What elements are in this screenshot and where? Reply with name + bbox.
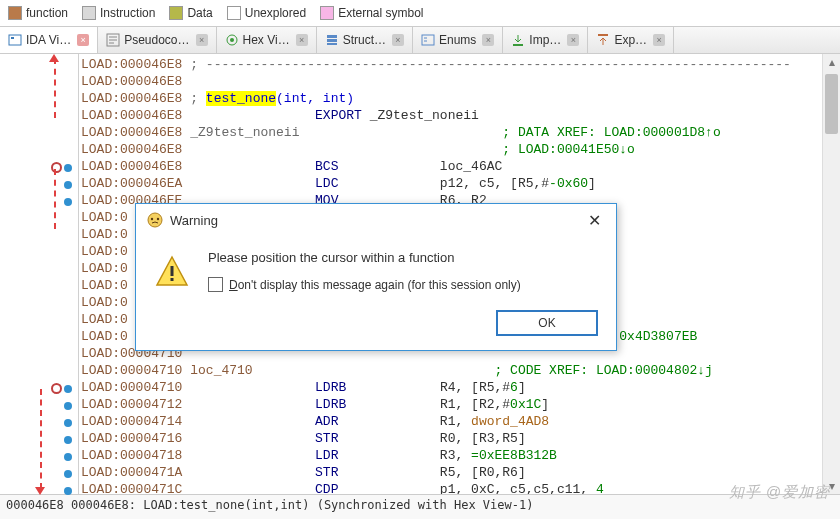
tab-pseudocode[interactable]: Pseudoco… × [98,27,216,53]
flow-dot-icon [64,198,72,206]
legend-item: Unexplored [227,6,306,20]
code-line[interactable]: LOAD:000046E8 [81,73,822,90]
dialog-close-button[interactable]: ✕ [582,210,606,230]
svg-rect-6 [327,39,337,42]
flow-dot-icon [64,402,72,410]
hex-view-icon [225,33,239,47]
code-line[interactable]: LOAD:00004714 ADR R1, dword_4AD8 [81,413,822,430]
pseudocode-icon [106,33,120,47]
dialog-title: Warning [170,213,218,228]
legend-label: Data [187,6,212,20]
legend-item: Instruction [82,6,155,20]
svg-rect-5 [327,35,337,38]
tab-ida-view[interactable]: IDA Vi… × [0,27,98,53]
swatch [8,6,22,20]
code-line[interactable]: LOAD:000046EA LDC p12, c5, [R5,#-0x60] [81,175,822,192]
vertical-scrollbar[interactable]: ▴ ▾ [822,54,840,494]
legend-label: function [26,6,68,20]
exports-icon [596,33,610,47]
jump-arrow [40,389,42,489]
warning-title-icon [146,211,164,229]
tab-exports[interactable]: Exp… × [588,27,674,53]
checkbox[interactable] [208,277,223,292]
svg-rect-7 [327,43,337,45]
close-icon[interactable]: × [567,34,579,46]
status-text: 000046E8 000046E8: LOAD:test_none(int,in… [6,498,533,512]
scrollbar-thumb[interactable] [825,74,838,134]
status-bar: 000046E8 000046E8: LOAD:test_none(int,in… [0,494,840,519]
svg-rect-16 [171,278,174,281]
svg-rect-8 [422,35,434,45]
watermark-text: 知乎 @爱加密 [729,483,830,500]
tab-enums[interactable]: Enums × [413,27,503,53]
breakpoint-icon[interactable] [51,383,62,394]
code-line[interactable]: LOAD:000046E8 ; LOAD:00041E50↓o [81,141,822,158]
imports-icon [511,33,525,47]
svg-point-12 [151,218,153,220]
legend-bar: function Instruction Data Unexplored Ext… [0,0,840,26]
svg-point-4 [230,38,234,42]
code-line[interactable]: LOAD:000046E8 EXPORT _Z9test_noneii [81,107,822,124]
tab-imports[interactable]: Imp… × [503,27,588,53]
flow-dot-icon [64,470,72,478]
ok-button[interactable]: OK [496,310,598,336]
tab-label: Imp… [529,33,561,47]
legend-item: function [8,6,68,20]
flow-dot-icon [64,181,72,189]
watermark: 知乎 @爱加密 [729,483,830,502]
svg-point-13 [157,218,159,220]
code-line[interactable]: LOAD:0000471A STR R5, [R0,R6] [81,464,822,481]
legend-label: External symbol [338,6,423,20]
gutter[interactable] [0,54,79,494]
ida-view-icon [8,33,22,47]
arrow-head-icon [35,487,45,495]
dialog-message: Please position the cursor within a func… [208,250,598,265]
code-line[interactable]: LOAD:00004710 loc_4710 ; CODE XREF: LOAD… [81,362,822,379]
warning-dialog: Warning ✕ Please position the cursor wit… [135,203,617,351]
code-line[interactable]: LOAD:00004712 LDRB R1, [R2,#0x1C] [81,396,822,413]
code-line[interactable]: LOAD:000046E8 ; ------------------------… [81,56,822,73]
close-icon[interactable]: × [392,34,404,46]
close-icon[interactable]: × [296,34,308,46]
jump-arrow [54,169,56,229]
tab-label: Hex Vi… [243,33,290,47]
tab-hex-view[interactable]: Hex Vi… × [217,27,317,53]
svg-rect-9 [513,44,523,46]
code-line[interactable]: LOAD:000046E8 ; test_none(int, int) [81,90,822,107]
tab-structures[interactable]: Struct… × [317,27,413,53]
swatch [227,6,241,20]
tab-label: Exp… [614,33,647,47]
swatch [82,6,96,20]
svg-rect-15 [171,266,174,276]
structures-icon [325,33,339,47]
flow-dot-icon [64,419,72,427]
legend-item: Data [169,6,212,20]
close-icon[interactable]: × [196,34,208,46]
tab-label: Struct… [343,33,386,47]
code-line[interactable]: LOAD:00004710 LDRB R4, [R5,#6] [81,379,822,396]
jump-arrow [54,58,56,118]
code-line[interactable]: LOAD:000046E8 _Z9test_noneii ; DATA XREF… [81,124,822,141]
dont-show-again-row[interactable]: Don't display this message again (for th… [208,277,598,292]
scroll-up-icon[interactable]: ▴ [823,54,840,70]
close-icon[interactable]: × [653,34,665,46]
close-icon[interactable]: × [482,34,494,46]
warning-triangle-icon [154,254,190,290]
dialog-titlebar[interactable]: Warning ✕ [136,204,616,236]
tab-label: Enums [439,33,476,47]
svg-point-11 [148,213,162,227]
enums-icon [421,33,435,47]
code-line[interactable]: LOAD:00004718 LDR R3, =0xEE8B312B [81,447,822,464]
svg-rect-0 [9,35,21,45]
flow-dot-icon [64,436,72,444]
breakpoint-icon[interactable] [51,162,62,173]
code-line[interactable]: LOAD:00004716 STR R0, [R3,R5] [81,430,822,447]
code-line[interactable]: LOAD:0000471C CDP p1, 0xC, c5,c5,c11, 4 [81,481,822,494]
swatch [320,6,334,20]
svg-rect-1 [11,37,14,39]
flow-dot-icon [64,487,72,495]
checkbox-label: on't display this message again (for thi… [238,278,521,292]
legend-label: Instruction [100,6,155,20]
code-line[interactable]: LOAD:000046E8 BCS loc_46AC [81,158,822,175]
close-icon[interactable]: × [77,34,89,46]
